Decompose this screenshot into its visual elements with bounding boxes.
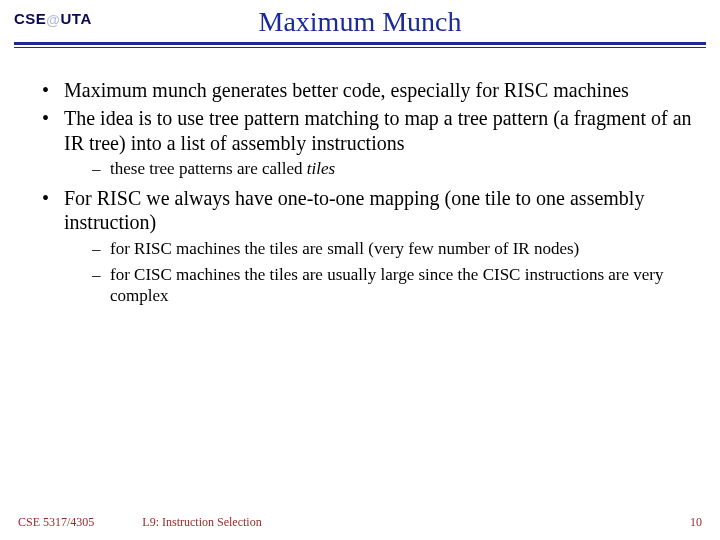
logo: CSE@UTA [14,10,92,27]
slide-content: Maximum munch generates better code, esp… [0,60,720,307]
footer-lecture: L9: Instruction Selection [142,515,261,530]
sub-list: these tree patterns are called tiles [64,159,698,180]
logo-left: CSE [14,10,46,27]
bullet-item: Maximum munch generates better code, esp… [42,78,698,102]
logo-right: UTA [61,10,92,27]
bullet-text: The idea is to use tree pattern matching… [64,107,692,153]
bullet-item: For RISC we always have one-to-one mappi… [42,186,698,307]
bullet-item: The idea is to use tree pattern matching… [42,106,698,180]
bullet-text: For RISC we always have one-to-one mappi… [64,187,644,233]
sub-text-italic: tiles [307,159,335,178]
slide-header: CSE@UTA Maximum Munch [0,0,720,60]
sub-item: these tree patterns are called tiles [92,159,698,180]
sub-text: for RISC machines the tiles are small (v… [110,239,579,258]
bullet-list: Maximum munch generates better code, esp… [22,78,698,307]
sub-text: for CISC machines the tiles are usually … [110,265,663,305]
slide-footer: CSE 5317/4305 L9: Instruction Selection … [0,515,720,530]
title-divider [14,42,706,48]
at-icon: @ [46,13,60,27]
sub-text: these tree patterns are called [110,159,307,178]
sub-item: for CISC machines the tiles are usually … [92,265,698,306]
bullet-text: Maximum munch generates better code, esp… [64,79,629,101]
slide-title: Maximum Munch [0,0,720,38]
sub-item: for RISC machines the tiles are small (v… [92,239,698,260]
footer-page: 10 [262,515,702,530]
sub-list: for RISC machines the tiles are small (v… [64,239,698,307]
footer-course: CSE 5317/4305 [18,515,94,530]
